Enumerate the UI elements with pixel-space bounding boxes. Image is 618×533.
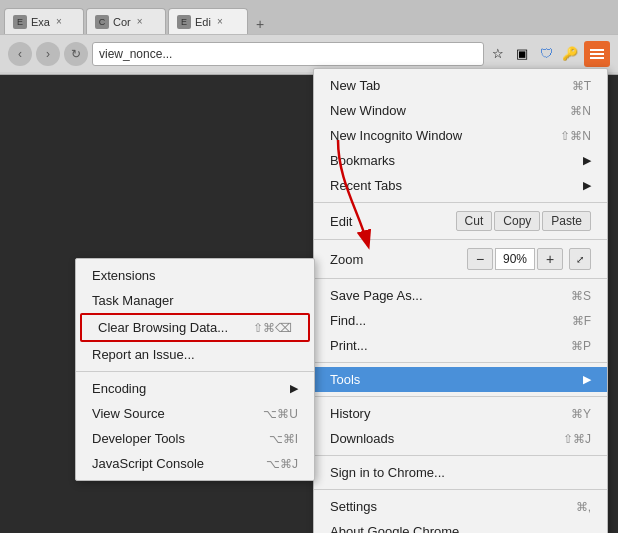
menu-label-settings: Settings xyxy=(330,499,377,514)
shortcut-js-console: ⌥⌘J xyxy=(266,457,298,471)
zoom-out-button[interactable]: − xyxy=(467,248,493,270)
menu-item-recent-tabs[interactable]: Recent Tabs ▶ xyxy=(314,173,607,198)
menu-separator-2 xyxy=(314,239,607,240)
menu-item-find[interactable]: Find... ⌘F xyxy=(314,308,607,333)
menu-item-bookmarks[interactable]: Bookmarks ▶ xyxy=(314,148,607,173)
menu-label-sign-in: Sign in to Chrome... xyxy=(330,465,445,480)
menu-item-history[interactable]: History ⌘Y xyxy=(314,401,607,426)
submenu-item-view-source[interactable]: View Source ⌥⌘U xyxy=(76,401,314,426)
menu-separator-3 xyxy=(314,278,607,279)
tab-close-cor[interactable]: × xyxy=(137,16,143,27)
tab-label-exa: Exa xyxy=(31,16,50,28)
key-icon[interactable]: 🔑 xyxy=(560,44,580,64)
shortcut-print: ⌘P xyxy=(571,339,591,353)
shortcut-find: ⌘F xyxy=(572,314,591,328)
omnibox-bar: ‹ › ↻ view_nonce... ☆ ▣ 🛡 🔑 xyxy=(0,34,618,72)
star-icon[interactable]: ☆ xyxy=(488,44,508,64)
tab-exa[interactable]: E Exa × xyxy=(4,8,84,34)
menu-separator-6 xyxy=(314,455,607,456)
shield-icon[interactable]: 🛡 xyxy=(536,44,556,64)
menu-item-settings[interactable]: Settings ⌘, xyxy=(314,494,607,519)
menu-label-tools: Tools xyxy=(330,372,360,387)
tab-cor[interactable]: C Cor × xyxy=(86,8,166,34)
tab-close-exa[interactable]: × xyxy=(56,16,62,27)
menu-item-print[interactable]: Print... ⌘P xyxy=(314,333,607,358)
back-button[interactable]: ‹ xyxy=(8,42,32,66)
omnibox[interactable]: view_nonce... xyxy=(92,42,484,66)
menu-separator-1 xyxy=(314,202,607,203)
arrow-encoding: ▶ xyxy=(290,382,298,395)
tools-submenu: Extensions Task Manager Clear Browsing D… xyxy=(75,258,315,481)
submenu-label-view-source: View Source xyxy=(92,406,165,421)
tab-edi[interactable]: E Edi × xyxy=(168,8,248,34)
menu-item-save-page[interactable]: Save Page As... ⌘S xyxy=(314,283,607,308)
menu-line-1 xyxy=(590,49,604,51)
submenu-item-report-issue[interactable]: Report an Issue... xyxy=(76,342,314,367)
shortcut-new-window: ⌘N xyxy=(570,104,591,118)
zoom-value: 90% xyxy=(495,248,535,270)
forward-button[interactable]: › xyxy=(36,42,60,66)
arrow-tools: ▶ xyxy=(583,373,591,386)
menu-label-print: Print... xyxy=(330,338,368,353)
submenu-label-clear-browsing: Clear Browsing Data... xyxy=(98,320,228,335)
menu-label-downloads: Downloads xyxy=(330,431,394,446)
submenu-separator-1 xyxy=(76,371,314,372)
zoom-label: Zoom xyxy=(330,252,363,267)
tab-bar: E Exa × C Cor × E Edi × + xyxy=(0,0,618,34)
menu-item-new-window[interactable]: New Window ⌘N xyxy=(314,98,607,123)
menu-label-new-window: New Window xyxy=(330,103,406,118)
zoom-expand-button[interactable]: ⤢ xyxy=(569,248,591,270)
zoom-in-button[interactable]: + xyxy=(537,248,563,270)
arrow-recent-tabs: ▶ xyxy=(583,179,591,192)
shortcut-view-source: ⌥⌘U xyxy=(263,407,298,421)
menu-label-new-tab: New Tab xyxy=(330,78,380,93)
menu-item-about[interactable]: About Google Chrome xyxy=(314,519,607,533)
menu-label-new-incognito: New Incognito Window xyxy=(330,128,462,143)
edit-buttons: Cut Copy Paste xyxy=(456,211,591,231)
submenu-label-js-console: JavaScript Console xyxy=(92,456,204,471)
menu-line-2 xyxy=(590,53,604,55)
copy-button[interactable]: Copy xyxy=(494,211,540,231)
tab-favicon-cor: C xyxy=(95,15,109,29)
menu-label-save-page: Save Page As... xyxy=(330,288,423,303)
submenu-item-dev-tools[interactable]: Developer Tools ⌥⌘I xyxy=(76,426,314,451)
tab-label-cor: Cor xyxy=(113,16,131,28)
menu-item-downloads[interactable]: Downloads ⇧⌘J xyxy=(314,426,607,451)
submenu-item-js-console[interactable]: JavaScript Console ⌥⌘J xyxy=(76,451,314,476)
submenu-label-dev-tools: Developer Tools xyxy=(92,431,185,446)
shortcut-downloads: ⇧⌘J xyxy=(563,432,591,446)
chrome-menu-button[interactable] xyxy=(584,41,610,67)
submenu-label-report-issue: Report an Issue... xyxy=(92,347,195,362)
menu-separator-5 xyxy=(314,396,607,397)
menu-separator-7 xyxy=(314,489,607,490)
zoom-row: Zoom − 90% + ⤢ xyxy=(314,244,607,274)
cut-button[interactable]: Cut xyxy=(456,211,493,231)
window-icon[interactable]: ▣ xyxy=(512,44,532,64)
submenu-item-task-manager[interactable]: Task Manager xyxy=(76,288,314,313)
shortcut-save-page: ⌘S xyxy=(571,289,591,303)
tab-label-edi: Edi xyxy=(195,16,211,28)
tab-favicon-exa: E xyxy=(13,15,27,29)
reload-button[interactable]: ↻ xyxy=(64,42,88,66)
submenu-item-encoding[interactable]: Encoding ▶ xyxy=(76,376,314,401)
omnibox-value: view_nonce... xyxy=(99,47,172,61)
submenu-item-extensions[interactable]: Extensions xyxy=(76,263,314,288)
menu-separator-4 xyxy=(314,362,607,363)
paste-button[interactable]: Paste xyxy=(542,211,591,231)
omnibox-icons: ☆ ▣ 🛡 🔑 xyxy=(488,44,580,64)
shortcut-new-tab: ⌘T xyxy=(572,79,591,93)
menu-label-about: About Google Chrome xyxy=(330,524,459,533)
menu-item-sign-in[interactable]: Sign in to Chrome... xyxy=(314,460,607,485)
menu-item-new-tab[interactable]: New Tab ⌘T xyxy=(314,73,607,98)
menu-item-tools[interactable]: Tools ▶ xyxy=(314,367,607,392)
shortcut-new-incognito: ⇧⌘N xyxy=(560,129,591,143)
submenu-item-clear-browsing[interactable]: Clear Browsing Data... ⇧⌘⌫ xyxy=(80,313,310,342)
chrome-menu: New Tab ⌘T New Window ⌘N New Incognito W… xyxy=(313,68,608,533)
shortcut-clear-browsing: ⇧⌘⌫ xyxy=(253,321,292,335)
menu-label-recent-tabs: Recent Tabs xyxy=(330,178,402,193)
new-tab-button[interactable]: + xyxy=(250,14,270,34)
menu-item-new-incognito[interactable]: New Incognito Window ⇧⌘N xyxy=(314,123,607,148)
edit-label: Edit xyxy=(330,214,352,229)
tab-close-edi[interactable]: × xyxy=(217,16,223,27)
arrow-bookmarks: ▶ xyxy=(583,154,591,167)
